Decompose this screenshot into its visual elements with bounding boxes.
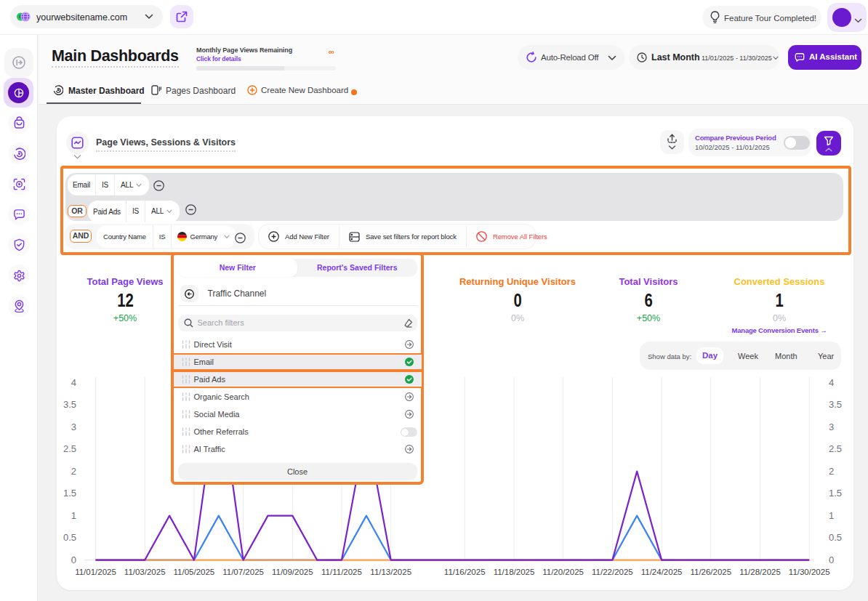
svg-text:3: 3 xyxy=(829,421,834,432)
svg-text:11/09/2025: 11/09/2025 xyxy=(272,568,313,576)
svg-text:11/28/2025: 11/28/2025 xyxy=(739,568,781,576)
svg-text:2: 2 xyxy=(829,466,834,477)
svg-text:3.5: 3.5 xyxy=(63,399,76,410)
svg-text:1.5: 1.5 xyxy=(63,488,76,499)
svg-text:2.5: 2.5 xyxy=(63,443,76,454)
svg-text:11/13/2025: 11/13/2025 xyxy=(370,568,411,576)
svg-text:1: 1 xyxy=(71,510,76,521)
svg-text:11/26/2025: 11/26/2025 xyxy=(690,568,731,576)
svg-text:0: 0 xyxy=(71,554,76,565)
svg-text:2.5: 2.5 xyxy=(829,443,842,454)
svg-text:11/30/2025: 11/30/2025 xyxy=(789,568,830,576)
svg-text:11/16/2025: 11/16/2025 xyxy=(444,568,486,576)
svg-text:2: 2 xyxy=(71,466,76,477)
svg-text:11/20/2025: 11/20/2025 xyxy=(542,568,584,576)
svg-text:11/07/2025: 11/07/2025 xyxy=(222,568,264,576)
svg-text:11/11/2025: 11/11/2025 xyxy=(321,568,362,576)
svg-text:11/05/2025: 11/05/2025 xyxy=(174,568,215,576)
svg-text:0.5: 0.5 xyxy=(63,532,76,543)
svg-text:11/24/2025: 11/24/2025 xyxy=(641,568,683,576)
svg-text:1.5: 1.5 xyxy=(829,488,842,499)
svg-text:1: 1 xyxy=(829,510,834,521)
svg-text:0: 0 xyxy=(829,554,834,565)
svg-text:4: 4 xyxy=(829,377,834,388)
svg-text:11/03/2025: 11/03/2025 xyxy=(124,568,166,576)
svg-text:0.5: 0.5 xyxy=(829,532,842,543)
svg-text:11/22/2025: 11/22/2025 xyxy=(592,568,633,576)
svg-text:4: 4 xyxy=(71,377,76,388)
svg-text:3.5: 3.5 xyxy=(829,399,842,410)
svg-text:11/01/2025: 11/01/2025 xyxy=(75,568,116,576)
svg-text:3: 3 xyxy=(71,421,76,432)
svg-text:11/18/2025: 11/18/2025 xyxy=(494,568,535,576)
